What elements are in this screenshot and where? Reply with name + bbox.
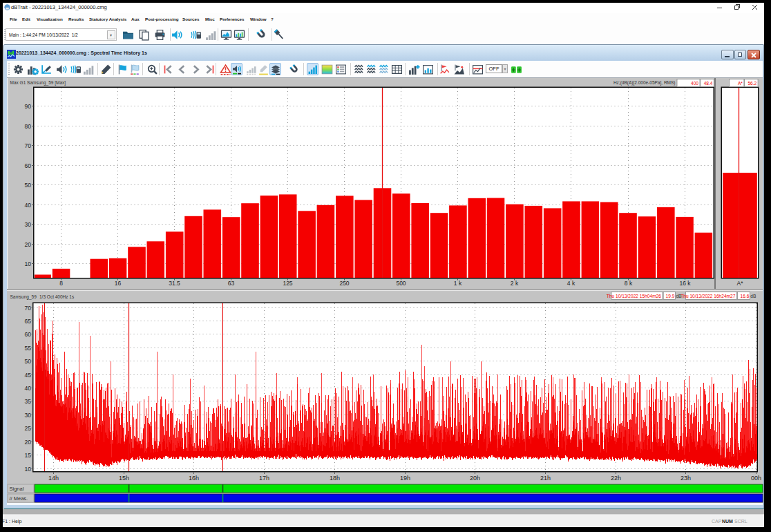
svg-text:22h: 22h [611,475,621,482]
svg-text:90: 90 [25,103,32,110]
svg-text:55: 55 [25,345,32,352]
svg-text:56.2: 56.2 [748,81,756,86]
svg-text:10: 10 [25,260,32,267]
svg-text:00h: 00h [751,475,761,482]
svg-text:Hz;(dB(A)[2.000e-05Pa], RMS): Hz;(dB(A)[2.000e-05Pa], RMS) [613,80,676,86]
svg-text:250: 250 [339,280,349,287]
svg-text:35: 35 [25,398,32,405]
svg-text:45: 45 [25,372,32,379]
svg-text:500: 500 [396,280,406,287]
svg-text:10: 10 [25,466,32,473]
svg-text:48.4: 48.4 [704,81,713,86]
svg-text:8: 8 [59,280,63,287]
svg-text:18h: 18h [330,475,340,482]
svg-text:50: 50 [25,182,32,189]
svg-text:23h: 23h [680,475,691,482]
svg-text:20: 20 [25,241,32,248]
svg-text:125: 125 [283,280,292,287]
svg-text:A*: A* [738,81,743,86]
svg-text:20: 20 [25,439,32,446]
svg-text:2 k: 2 k [511,280,519,287]
svg-text:400: 400 [691,81,698,86]
svg-text:30: 30 [25,221,32,228]
svg-text:1/3 Oct 400Hz 1s: 1/3 Oct 400Hz 1s [39,294,75,299]
svg-text:Thu 10/13/2022 15h04m26: Thu 10/13/2022 15h04m26 [607,294,662,298]
svg-text:// Meas.: // Meas. [10,495,28,502]
svg-text:63: 63 [228,280,235,287]
svg-text:16h: 16h [189,475,199,482]
svg-text:A*: A* [737,280,744,287]
svg-text:8 k: 8 k [625,280,633,287]
svg-text:70: 70 [25,305,32,312]
svg-text:1 k: 1 k [454,280,462,287]
svg-text:60: 60 [25,331,32,338]
svg-text:17h: 17h [259,475,269,482]
svg-text:Max G1 Samsung_59 [Max]: Max G1 Samsung_59 [Max] [10,80,66,86]
svg-text:70: 70 [25,142,32,149]
svg-text:60: 60 [25,162,32,169]
svg-text:16: 16 [115,280,122,287]
svg-text:40: 40 [25,385,32,392]
svg-text:40: 40 [25,202,32,209]
svg-text:Signal: Signal [10,486,24,492]
svg-text:31.5: 31.5 [169,280,180,287]
svg-text:14h: 14h [48,475,59,482]
svg-text:80: 80 [25,123,32,130]
svg-text:20h: 20h [470,475,480,482]
svg-text:15: 15 [25,452,32,459]
svg-text:19.9: 19.9 [666,294,675,298]
svg-text:Thu 10/13/2022 16h24m27: Thu 10/13/2022 16h24m27 [680,294,736,298]
svg-text:16 k: 16 k [679,280,691,287]
svg-text:15h: 15h [119,475,129,482]
svg-text:30: 30 [25,412,32,419]
svg-text:50: 50 [25,358,32,365]
svg-text:21h: 21h [540,475,551,482]
svg-text:65: 65 [25,318,32,325]
svg-text:25: 25 [25,425,32,432]
svg-text:19h: 19h [400,475,410,482]
svg-text:16.6: 16.6 [741,294,750,298]
svg-text:dB: dB [750,294,756,298]
svg-text:Samsung_59: Samsung_59 [10,294,37,300]
svg-text:4 k: 4 k [567,280,575,287]
